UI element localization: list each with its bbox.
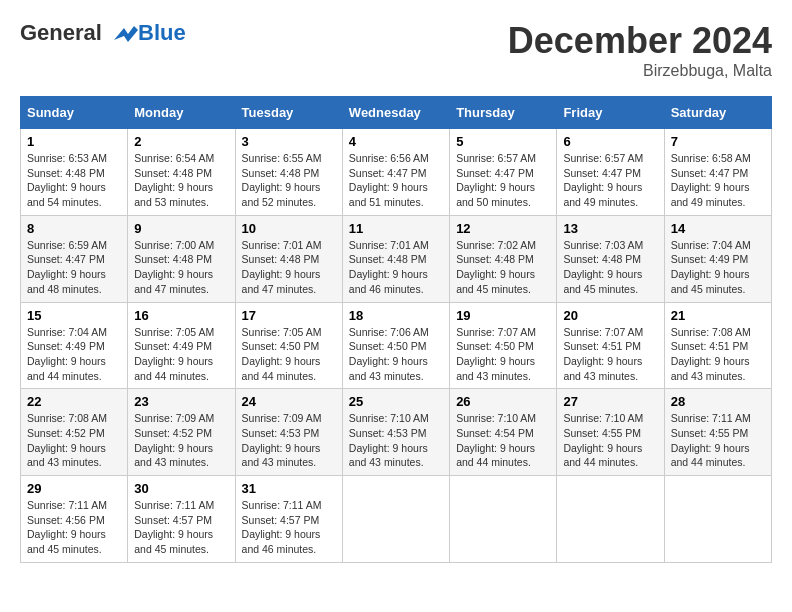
day-cell: 21 Sunrise: 7:08 AM Sunset: 4:51 PM Dayl…: [664, 302, 771, 389]
day-cell: [664, 476, 771, 563]
day-number: 7: [671, 134, 765, 149]
day-info: Sunrise: 7:08 AM Sunset: 4:52 PM Dayligh…: [27, 411, 121, 470]
day-info: Sunrise: 6:56 AM Sunset: 4:47 PM Dayligh…: [349, 151, 443, 210]
logo-bird-icon: [110, 20, 138, 48]
day-info: Sunrise: 7:11 AM Sunset: 4:56 PM Dayligh…: [27, 498, 121, 557]
title-area: December 2024 Birzebbuga, Malta: [508, 20, 772, 80]
week-row-3: 15 Sunrise: 7:04 AM Sunset: 4:49 PM Dayl…: [21, 302, 772, 389]
day-cell: [450, 476, 557, 563]
month-title: December 2024: [508, 20, 772, 62]
day-number: 29: [27, 481, 121, 496]
day-info: Sunrise: 7:07 AM Sunset: 4:50 PM Dayligh…: [456, 325, 550, 384]
day-info: Sunrise: 6:59 AM Sunset: 4:47 PM Dayligh…: [27, 238, 121, 297]
day-cell: 28 Sunrise: 7:11 AM Sunset: 4:55 PM Dayl…: [664, 389, 771, 476]
day-cell: 4 Sunrise: 6:56 AM Sunset: 4:47 PM Dayli…: [342, 129, 449, 216]
day-info: Sunrise: 7:01 AM Sunset: 4:48 PM Dayligh…: [242, 238, 336, 297]
day-info: Sunrise: 6:58 AM Sunset: 4:47 PM Dayligh…: [671, 151, 765, 210]
day-number: 20: [563, 308, 657, 323]
day-number: 16: [134, 308, 228, 323]
day-number: 13: [563, 221, 657, 236]
calendar-header-row: SundayMondayTuesdayWednesdayThursdayFrid…: [21, 97, 772, 129]
day-cell: 22 Sunrise: 7:08 AM Sunset: 4:52 PM Dayl…: [21, 389, 128, 476]
day-number: 21: [671, 308, 765, 323]
svg-marker-0: [114, 26, 138, 42]
day-cell: 9 Sunrise: 7:00 AM Sunset: 4:48 PM Dayli…: [128, 215, 235, 302]
day-cell: 8 Sunrise: 6:59 AM Sunset: 4:47 PM Dayli…: [21, 215, 128, 302]
day-cell: 19 Sunrise: 7:07 AM Sunset: 4:50 PM Dayl…: [450, 302, 557, 389]
day-number: 15: [27, 308, 121, 323]
week-row-2: 8 Sunrise: 6:59 AM Sunset: 4:47 PM Dayli…: [21, 215, 772, 302]
day-cell: 5 Sunrise: 6:57 AM Sunset: 4:47 PM Dayli…: [450, 129, 557, 216]
header: General Blue December 2024 Birzebbuga, M…: [20, 20, 772, 80]
day-info: Sunrise: 6:54 AM Sunset: 4:48 PM Dayligh…: [134, 151, 228, 210]
day-info: Sunrise: 7:01 AM Sunset: 4:48 PM Dayligh…: [349, 238, 443, 297]
day-info: Sunrise: 7:11 AM Sunset: 4:55 PM Dayligh…: [671, 411, 765, 470]
day-info: Sunrise: 7:00 AM Sunset: 4:48 PM Dayligh…: [134, 238, 228, 297]
day-info: Sunrise: 7:04 AM Sunset: 4:49 PM Dayligh…: [27, 325, 121, 384]
header-sunday: Sunday: [21, 97, 128, 129]
day-info: Sunrise: 7:10 AM Sunset: 4:55 PM Dayligh…: [563, 411, 657, 470]
day-cell: 26 Sunrise: 7:10 AM Sunset: 4:54 PM Dayl…: [450, 389, 557, 476]
day-number: 14: [671, 221, 765, 236]
day-number: 12: [456, 221, 550, 236]
day-number: 3: [242, 134, 336, 149]
day-number: 1: [27, 134, 121, 149]
day-info: Sunrise: 7:05 AM Sunset: 4:50 PM Dayligh…: [242, 325, 336, 384]
day-cell: 15 Sunrise: 7:04 AM Sunset: 4:49 PM Dayl…: [21, 302, 128, 389]
header-thursday: Thursday: [450, 97, 557, 129]
day-cell: 3 Sunrise: 6:55 AM Sunset: 4:48 PM Dayli…: [235, 129, 342, 216]
day-number: 10: [242, 221, 336, 236]
location: Birzebbuga, Malta: [508, 62, 772, 80]
logo-blue: Blue: [138, 20, 186, 46]
week-row-4: 22 Sunrise: 7:08 AM Sunset: 4:52 PM Dayl…: [21, 389, 772, 476]
week-row-5: 29 Sunrise: 7:11 AM Sunset: 4:56 PM Dayl…: [21, 476, 772, 563]
day-info: Sunrise: 7:04 AM Sunset: 4:49 PM Dayligh…: [671, 238, 765, 297]
day-info: Sunrise: 7:08 AM Sunset: 4:51 PM Dayligh…: [671, 325, 765, 384]
day-cell: 27 Sunrise: 7:10 AM Sunset: 4:55 PM Dayl…: [557, 389, 664, 476]
day-cell: 14 Sunrise: 7:04 AM Sunset: 4:49 PM Dayl…: [664, 215, 771, 302]
day-number: 31: [242, 481, 336, 496]
day-info: Sunrise: 6:57 AM Sunset: 4:47 PM Dayligh…: [563, 151, 657, 210]
day-number: 18: [349, 308, 443, 323]
header-saturday: Saturday: [664, 97, 771, 129]
day-number: 4: [349, 134, 443, 149]
day-number: 11: [349, 221, 443, 236]
day-number: 30: [134, 481, 228, 496]
day-cell: 20 Sunrise: 7:07 AM Sunset: 4:51 PM Dayl…: [557, 302, 664, 389]
day-cell: 2 Sunrise: 6:54 AM Sunset: 4:48 PM Dayli…: [128, 129, 235, 216]
day-number: 2: [134, 134, 228, 149]
day-number: 28: [671, 394, 765, 409]
day-cell: [342, 476, 449, 563]
day-info: Sunrise: 7:03 AM Sunset: 4:48 PM Dayligh…: [563, 238, 657, 297]
day-number: 9: [134, 221, 228, 236]
day-cell: [557, 476, 664, 563]
day-info: Sunrise: 7:06 AM Sunset: 4:50 PM Dayligh…: [349, 325, 443, 384]
day-cell: 24 Sunrise: 7:09 AM Sunset: 4:53 PM Dayl…: [235, 389, 342, 476]
header-tuesday: Tuesday: [235, 97, 342, 129]
header-monday: Monday: [128, 97, 235, 129]
day-number: 5: [456, 134, 550, 149]
day-cell: 17 Sunrise: 7:05 AM Sunset: 4:50 PM Dayl…: [235, 302, 342, 389]
day-cell: 11 Sunrise: 7:01 AM Sunset: 4:48 PM Dayl…: [342, 215, 449, 302]
day-number: 19: [456, 308, 550, 323]
header-wednesday: Wednesday: [342, 97, 449, 129]
day-info: Sunrise: 6:55 AM Sunset: 4:48 PM Dayligh…: [242, 151, 336, 210]
day-number: 17: [242, 308, 336, 323]
day-info: Sunrise: 7:07 AM Sunset: 4:51 PM Dayligh…: [563, 325, 657, 384]
day-info: Sunrise: 7:02 AM Sunset: 4:48 PM Dayligh…: [456, 238, 550, 297]
day-number: 23: [134, 394, 228, 409]
day-number: 25: [349, 394, 443, 409]
logo-general: General: [20, 20, 102, 45]
day-info: Sunrise: 6:57 AM Sunset: 4:47 PM Dayligh…: [456, 151, 550, 210]
day-cell: 10 Sunrise: 7:01 AM Sunset: 4:48 PM Dayl…: [235, 215, 342, 302]
day-info: Sunrise: 6:53 AM Sunset: 4:48 PM Dayligh…: [27, 151, 121, 210]
day-info: Sunrise: 7:10 AM Sunset: 4:54 PM Dayligh…: [456, 411, 550, 470]
day-number: 24: [242, 394, 336, 409]
week-row-1: 1 Sunrise: 6:53 AM Sunset: 4:48 PM Dayli…: [21, 129, 772, 216]
day-cell: 13 Sunrise: 7:03 AM Sunset: 4:48 PM Dayl…: [557, 215, 664, 302]
day-cell: 29 Sunrise: 7:11 AM Sunset: 4:56 PM Dayl…: [21, 476, 128, 563]
day-cell: 25 Sunrise: 7:10 AM Sunset: 4:53 PM Dayl…: [342, 389, 449, 476]
day-number: 26: [456, 394, 550, 409]
day-cell: 12 Sunrise: 7:02 AM Sunset: 4:48 PM Dayl…: [450, 215, 557, 302]
day-number: 8: [27, 221, 121, 236]
